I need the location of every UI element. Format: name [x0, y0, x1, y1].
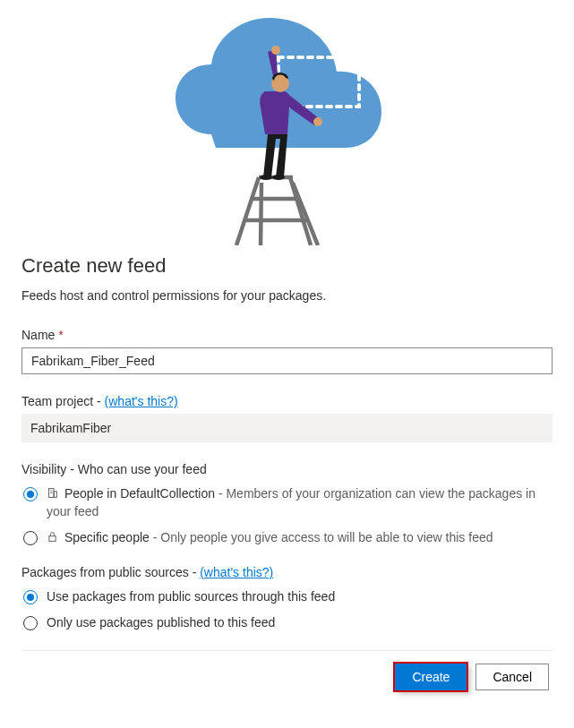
radio-button[interactable] — [23, 590, 38, 604]
team-project-value: FabrikamFiber — [21, 414, 553, 442]
cancel-button[interactable]: Cancel — [475, 664, 549, 690]
team-project-label: Team project - (what's this?) — [21, 394, 553, 408]
svg-line-1 — [236, 177, 259, 245]
page-title: Create new feed — [21, 254, 553, 278]
visibility-option-specific[interactable]: Specific people - Only people you give a… — [21, 529, 553, 547]
feed-illustration — [0, 0, 574, 245]
svg-rect-14 — [54, 492, 56, 498]
svg-point-11 — [260, 175, 272, 180]
name-label: Name * — [21, 328, 553, 342]
radio-button[interactable] — [23, 531, 38, 545]
svg-point-12 — [272, 175, 285, 180]
svg-line-4 — [261, 183, 261, 245]
visibility-label: Visibility - Who can use your feed — [21, 462, 553, 476]
radio-button[interactable] — [23, 616, 38, 630]
packages-label: Packages from public sources - (what's t… — [21, 565, 553, 579]
svg-line-3 — [293, 183, 318, 245]
team-project-whats-this-link[interactable]: (what's this?) — [105, 394, 178, 408]
name-input[interactable] — [21, 347, 553, 374]
svg-point-10 — [313, 117, 322, 126]
packages-whats-this-link[interactable]: (what's this?) — [200, 565, 273, 579]
packages-option-published[interactable]: Only use packages published to this feed — [21, 614, 553, 632]
page-subtitle: Feeds host and control permissions for y… — [21, 288, 553, 303]
packages-option-public[interactable]: Use packages from public sources through… — [21, 588, 553, 606]
separator — [21, 650, 553, 651]
radio-button[interactable] — [23, 487, 38, 501]
svg-rect-17 — [49, 536, 56, 542]
svg-point-9 — [271, 46, 280, 55]
create-button[interactable]: Create — [395, 664, 467, 690]
organization-icon — [47, 486, 58, 498]
lock-icon — [47, 530, 58, 542]
visibility-option-org[interactable]: People in DefaultCollection - Members of… — [21, 485, 553, 520]
